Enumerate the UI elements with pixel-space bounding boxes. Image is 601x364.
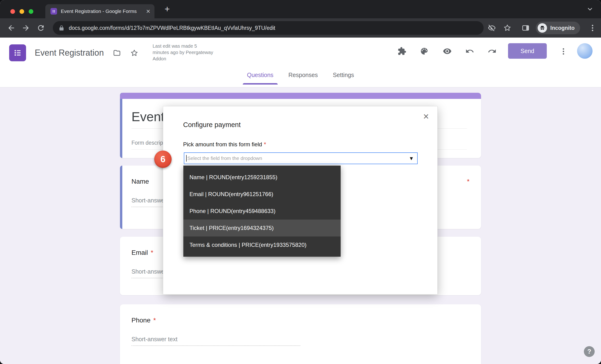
form-canvas: Event Registration Form description Name… bbox=[0, 87, 601, 364]
forms-nav-tabs: Questions Responses Settings bbox=[0, 69, 601, 87]
question-card-phone[interactable]: Phone * Short-answer text bbox=[120, 304, 481, 364]
preview-eye-icon[interactable] bbox=[443, 47, 452, 56]
form-theme-bar bbox=[120, 93, 481, 99]
url-bar[interactable]: docs.google.com/forms/d/12To7mZPVWdlPeLR… bbox=[53, 21, 484, 35]
browser-tab[interactable]: Event Registration - Google Forms × bbox=[45, 4, 154, 18]
dropdown-option-highlighted[interactable]: Ticket | PRICE(entry1694324375) bbox=[183, 220, 341, 236]
dropdown-caret-icon[interactable]: ▼ bbox=[409, 155, 414, 162]
send-button[interactable]: Send bbox=[508, 43, 547, 59]
forms-app-icon[interactable] bbox=[9, 44, 26, 61]
tab-strip: Event Registration - Google Forms × + bbox=[0, 0, 601, 18]
tab-title: Event Registration - Google Forms bbox=[61, 9, 144, 14]
question-title[interactable]: Name bbox=[131, 178, 149, 185]
question-title[interactable]: Phone bbox=[131, 317, 150, 324]
field-label: Pick amount from this form field* bbox=[183, 141, 266, 148]
new-tab-button[interactable]: + bbox=[162, 4, 172, 14]
tab-questions[interactable]: Questions bbox=[246, 72, 275, 85]
more-options-icon[interactable] bbox=[559, 47, 568, 56]
tab-close-icon[interactable]: × bbox=[146, 8, 150, 15]
forms-header: Event Registration Last edit was made 5 … bbox=[0, 38, 601, 87]
back-button[interactable] bbox=[7, 24, 16, 32]
account-avatar[interactable] bbox=[577, 43, 592, 59]
dialog-close-icon[interactable]: × bbox=[423, 111, 429, 121]
undo-icon[interactable] bbox=[465, 47, 474, 56]
side-panel-icon[interactable] bbox=[522, 24, 530, 32]
browser-toolbar: docs.google.com/forms/d/12To7mZPVWdlPeLR… bbox=[0, 18, 601, 38]
addons-puzzle-icon[interactable] bbox=[398, 47, 406, 56]
dialog-title: Configure payment bbox=[183, 121, 241, 129]
tab-search-chevron-icon[interactable] bbox=[586, 6, 593, 13]
traffic-light-maximize[interactable] bbox=[29, 9, 33, 14]
dropdown-option-list: Name | ROUND(entry1259231855) Email | RO… bbox=[183, 166, 341, 257]
short-answer-placeholder[interactable]: Short-answer text bbox=[131, 336, 300, 346]
traffic-light-close[interactable] bbox=[10, 9, 15, 14]
google-forms-favicon bbox=[50, 8, 57, 15]
required-asterisk: * bbox=[151, 249, 153, 256]
bookmark-star-icon[interactable] bbox=[503, 24, 511, 32]
url-text: docs.google.com/forms/d/12To7mZPVWdlPeLR… bbox=[69, 25, 275, 31]
dropdown-option[interactable]: Phone | ROUND(entry459488633) bbox=[183, 203, 341, 220]
traffic-light-minimize[interactable] bbox=[20, 9, 24, 14]
help-button[interactable]: ? bbox=[584, 346, 595, 357]
text-caret bbox=[186, 155, 187, 162]
field-dropdown-input[interactable]: Select the field from the dropdown ▼ bbox=[184, 152, 418, 164]
forward-button[interactable] bbox=[22, 24, 30, 32]
redo-icon[interactable] bbox=[488, 47, 497, 56]
reload-button[interactable] bbox=[37, 24, 45, 32]
dropdown-option[interactable]: Terms & conditions | PRICE(entry19335758… bbox=[183, 236, 341, 253]
browser-window: Event Registration - Google Forms × + do… bbox=[0, 0, 601, 364]
star-form-icon[interactable] bbox=[130, 49, 138, 57]
dropdown-option[interactable]: Name | ROUND(entry1259231855) bbox=[183, 169, 341, 186]
tutorial-step-badge: 6 bbox=[154, 151, 172, 168]
tab-settings[interactable]: Settings bbox=[331, 72, 355, 85]
password-eye-off-icon[interactable] bbox=[488, 24, 496, 32]
incognito-icon bbox=[538, 23, 547, 33]
browser-menu-icon[interactable] bbox=[588, 24, 597, 32]
question-title[interactable]: Email bbox=[131, 249, 148, 256]
form-title[interactable]: Event Registration bbox=[35, 48, 104, 58]
dropdown-placeholder: Select the field from the dropdown bbox=[187, 155, 262, 161]
required-asterisk: * bbox=[467, 178, 470, 185]
required-asterisk: * bbox=[153, 317, 156, 324]
required-asterisk: * bbox=[264, 141, 266, 148]
last-edit-note[interactable]: Last edit was made 5 minutes ago by Peer… bbox=[153, 43, 213, 62]
tab-responses[interactable]: Responses bbox=[287, 72, 319, 85]
configure-payment-dialog: × Configure payment Pick amount from thi… bbox=[163, 106, 438, 294]
dropdown-option[interactable]: Email | ROUND(entry961251766) bbox=[183, 186, 341, 203]
incognito-label: Incognito bbox=[550, 25, 574, 31]
customize-theme-palette-icon[interactable] bbox=[420, 47, 429, 56]
move-folder-icon[interactable] bbox=[113, 49, 121, 57]
lock-icon bbox=[59, 25, 65, 31]
incognito-badge: Incognito bbox=[536, 22, 580, 34]
